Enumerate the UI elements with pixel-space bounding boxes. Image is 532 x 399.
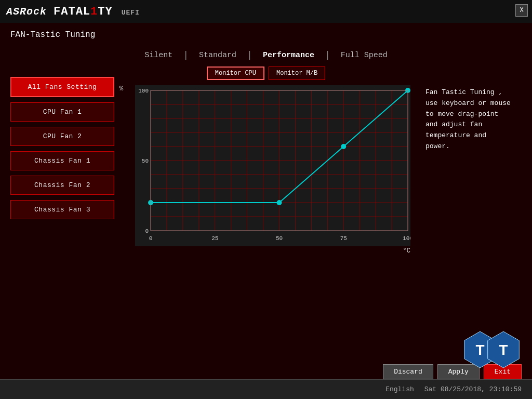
mode-tabs: Silent | Standard | Performance | Full S… (119, 46, 413, 66)
page-title: FAN-Tastic Tuning (0, 23, 532, 44)
logo-uefi: UEFI (122, 9, 140, 17)
sidebar-btn-cpu-fan-1[interactable]: CPU Fan 1 (10, 102, 114, 122)
logo: ASRock FATAL1TY UEFI (6, 5, 140, 18)
tt-logo (462, 324, 524, 376)
mode-tab-full-speed[interactable]: Full Speed (330, 51, 398, 60)
mode-tab-silent[interactable]: Silent (134, 51, 183, 60)
chart-container: % °C (119, 85, 413, 255)
sidebar-btn-chassis-fan-1[interactable]: Chassis Fan 1 (10, 151, 114, 170)
mode-tab-standard[interactable]: Standard (189, 51, 247, 60)
monitor-buttons: Monitor CPUMonitor M/B (119, 66, 413, 80)
monitor-btn-monitor-mb[interactable]: Monitor M/B (269, 66, 325, 80)
close-button[interactable]: X (515, 4, 528, 17)
bottom-btn-discard[interactable]: Discard (383, 364, 433, 379)
main-content: All Fans SettingCPU Fan 1CPU Fan 2Chassi… (0, 46, 532, 356)
mode-separator: | (247, 50, 252, 60)
x-axis-label: °C (135, 247, 410, 255)
sidebar-btn-cpu-fan-2[interactable]: CPU Fan 2 (10, 127, 114, 146)
y-axis-label: % (119, 85, 123, 92)
chart-canvas-wrapper[interactable] (135, 85, 410, 246)
status-bar: English Sat 08/25/2018, 23:10:59 (0, 379, 532, 399)
status-language: English (385, 385, 414, 393)
mode-tab-performance[interactable]: Performance (252, 51, 325, 60)
sidebar-btn-all-fans[interactable]: All Fans Setting (10, 77, 114, 97)
sidebar-btn-chassis-fan-3[interactable]: Chassis Fan 3 (10, 200, 114, 219)
mode-separator: | (183, 50, 189, 60)
sidebar: All Fans SettingCPU Fan 1CPU Fan 2Chassi… (10, 46, 114, 356)
logo-fatal: FATAL1TY (54, 5, 113, 18)
header: ASRock FATAL1TY UEFI X (0, 0, 532, 23)
chart-inner: °C (135, 85, 410, 255)
status-datetime: Sat 08/25/2018, 23:10:59 (424, 385, 522, 393)
info-panel: Fan Tastic Tuning , use keyboard or mous… (418, 46, 522, 356)
logo-asrock: ASRock (6, 6, 47, 18)
sidebar-btn-chassis-fan-2[interactable]: Chassis Fan 2 (10, 176, 114, 195)
fan-chart-canvas[interactable] (135, 85, 410, 246)
chart-area: Silent | Standard | Performance | Full S… (114, 46, 418, 356)
monitor-btn-monitor-cpu[interactable]: Monitor CPU (207, 66, 264, 80)
mode-separator: | (325, 50, 330, 60)
info-text: Fan Tastic Tuning , use keyboard or mous… (425, 87, 514, 152)
